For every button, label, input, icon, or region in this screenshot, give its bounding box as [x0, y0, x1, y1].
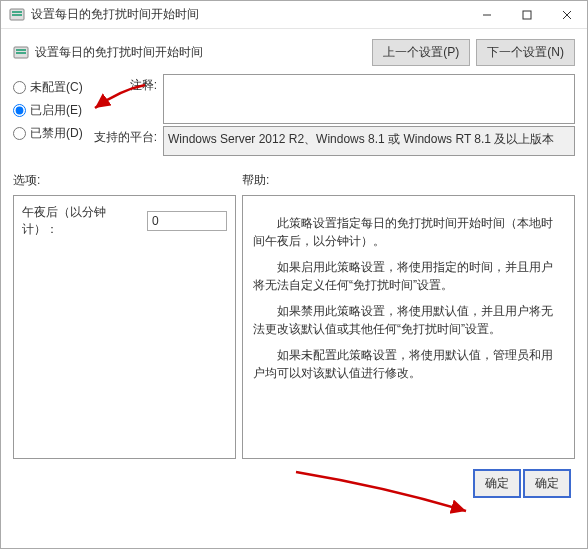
- minutes-input[interactable]: [147, 211, 227, 231]
- help-label: 帮助:: [242, 172, 269, 189]
- header: 设置每日的免打扰时间开始时间 上一个设置(P) 下一个设置(N): [1, 29, 587, 72]
- window-title: 设置每日的免打扰时间开始时间: [31, 6, 467, 23]
- help-text: 如果禁用此策略设置，将使用默认值，并且用户将无法更改该默认值或其他任何“免打扰时…: [253, 302, 564, 338]
- svg-rect-1: [12, 11, 22, 13]
- svg-rect-2: [12, 14, 22, 16]
- next-setting-button[interactable]: 下一个设置(N): [476, 39, 575, 66]
- help-text: 如果启用此策略设置，将使用指定的时间，并且用户将无法自定义任何“免打扰时间”设置…: [253, 258, 564, 294]
- radio-enabled[interactable]: 已启用(E): [13, 102, 93, 119]
- platform-label: 支持的平台:: [93, 126, 163, 156]
- app-icon: [9, 7, 25, 23]
- svg-rect-3: [523, 11, 531, 19]
- comment-label: 注释:: [93, 74, 163, 124]
- config-section: 未配置(C) 已启用(E) 已禁用(D) 注释: 支持的平台: Windows …: [1, 72, 587, 166]
- minutes-label: 午夜后（以分钟计）：: [22, 204, 141, 238]
- policy-icon: [13, 45, 29, 61]
- radio-not-configured[interactable]: 未配置(C): [13, 79, 93, 96]
- radio-label: 已禁用(D): [30, 125, 83, 142]
- help-pane: 此策略设置指定每日的免打扰时间开始时间（本地时间午夜后，以分钟计）。 如果启用此…: [242, 195, 575, 459]
- titlebar: 设置每日的免打扰时间开始时间: [1, 1, 587, 29]
- footer: 确定 确定: [1, 459, 587, 498]
- radio-label: 已启用(E): [30, 102, 82, 119]
- previous-setting-button[interactable]: 上一个设置(P): [372, 39, 470, 66]
- ok-button[interactable]: 确定: [473, 469, 521, 498]
- content-panes: 午夜后（以分钟计）： 此策略设置指定每日的免打扰时间开始时间（本地时间午夜后，以…: [1, 195, 587, 459]
- ok-button-2[interactable]: 确定: [523, 469, 571, 498]
- section-labels: 选项: 帮助:: [1, 166, 587, 195]
- options-pane: 午夜后（以分钟计）：: [13, 195, 236, 459]
- radio-label: 未配置(C): [30, 79, 83, 96]
- maximize-button[interactable]: [507, 1, 547, 28]
- platform-value: Windows Server 2012 R2、Windows 8.1 或 Win…: [163, 126, 575, 156]
- close-button[interactable]: [547, 1, 587, 28]
- window-controls: [467, 1, 587, 28]
- minimize-button[interactable]: [467, 1, 507, 28]
- help-text: 如果未配置此策略设置，将使用默认值，管理员和用户均可以对该默认值进行修改。: [253, 346, 564, 382]
- radio-disabled[interactable]: 已禁用(D): [13, 125, 93, 142]
- options-label: 选项:: [13, 172, 242, 189]
- header-title: 设置每日的免打扰时间开始时间: [35, 44, 203, 61]
- svg-rect-6: [16, 52, 26, 54]
- help-text: 此策略设置指定每日的免打扰时间开始时间（本地时间午夜后，以分钟计）。: [253, 214, 564, 250]
- comment-input[interactable]: [163, 74, 575, 124]
- svg-rect-5: [16, 49, 26, 51]
- state-radios: 未配置(C) 已启用(E) 已禁用(D): [13, 72, 93, 158]
